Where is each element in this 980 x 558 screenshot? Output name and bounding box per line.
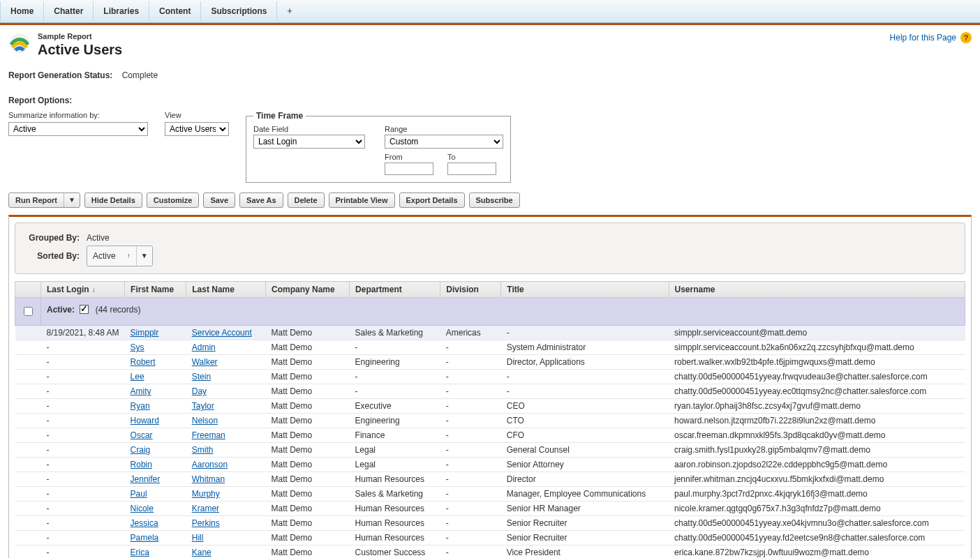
cell-first-name: Robin xyxy=(125,458,186,472)
cell-department: Human Resources xyxy=(350,531,440,545)
cell-last-name-link[interactable]: Kane xyxy=(192,548,211,557)
table-row: -EricaKaneMatt DemoCustomer Success-Vice… xyxy=(15,545,965,558)
cell-last-name-link[interactable]: Smith xyxy=(192,445,214,455)
cell-last-name-link[interactable]: Admin xyxy=(192,342,216,352)
col-company[interactable]: Company Name xyxy=(266,282,350,298)
cell-last-name-link[interactable]: Perkins xyxy=(192,518,220,528)
cell-company: Matt Demo xyxy=(266,326,350,340)
cell-first-name-link[interactable]: Amity xyxy=(131,386,151,396)
cell-last-name-link[interactable]: Murphy xyxy=(192,489,220,499)
cell-first-name-link[interactable]: Robin xyxy=(131,460,152,469)
cell-department: Human Resources xyxy=(350,472,440,487)
cell-first-name-link[interactable]: Lee xyxy=(131,372,144,382)
cell-division: - xyxy=(440,399,501,414)
sort-chip[interactable]: Active ↑ ▼ xyxy=(87,246,153,266)
cell-last-name-link[interactable]: Stein xyxy=(192,372,211,382)
col-title[interactable]: Title xyxy=(501,282,669,298)
cell-last-name-link[interactable]: Freeman xyxy=(192,430,225,440)
help-link[interactable]: Help for this Page ? xyxy=(890,32,972,43)
cell-first-name-link[interactable]: Robert xyxy=(131,357,156,367)
col-last-name[interactable]: Last Name xyxy=(186,282,266,298)
range-select[interactable]: Custom xyxy=(385,135,503,149)
cell-first-name-link[interactable]: Sys xyxy=(131,342,144,352)
group-active-check-icon xyxy=(80,305,89,314)
cell-division: - xyxy=(440,384,501,399)
cell-first-name: Pamela xyxy=(125,531,186,545)
col-division[interactable]: Division xyxy=(440,282,501,298)
cell-last-name-link[interactable]: Nelson xyxy=(192,416,218,425)
cell-last-name-link[interactable]: Kramer xyxy=(192,504,219,513)
cell-first-name-link[interactable]: Jessica xyxy=(131,518,158,528)
cell-last-name-link[interactable]: Aaronson xyxy=(192,460,228,469)
cell-title: Senior HR Manager xyxy=(501,502,669,516)
cell-division: Americas xyxy=(440,326,501,340)
cell-last-name-link[interactable]: Taylor xyxy=(192,401,214,411)
cell-first-name-link[interactable]: Paul xyxy=(131,489,147,499)
cell-last-name-link[interactable]: Whitman xyxy=(192,474,225,484)
export-details-button[interactable]: Export Details xyxy=(399,193,465,208)
save-button[interactable]: Save xyxy=(203,193,235,208)
cell-department: Sales & Marketing xyxy=(350,326,440,340)
table-row: -HowardNelsonMatt DemoEngineering-CTOhow… xyxy=(15,414,965,428)
cell-first-name: Robert xyxy=(125,355,186,370)
cell-first-name-link[interactable]: Ryan xyxy=(131,401,150,411)
date-field-select[interactable]: Last Login xyxy=(253,135,365,149)
cell-first-name-link[interactable]: Jennifer xyxy=(131,474,161,484)
cell-last-name: Freeman xyxy=(186,428,266,443)
from-input[interactable] xyxy=(385,163,433,175)
cell-first-name-link[interactable]: Simpplr xyxy=(131,328,159,338)
save-as-button[interactable]: Save As xyxy=(239,193,283,208)
subscribe-button[interactable]: Subscribe xyxy=(469,193,520,208)
cell-first-name-link[interactable]: Craig xyxy=(131,445,151,455)
cell-first-name-link[interactable]: Howard xyxy=(131,416,159,425)
cell-division: - xyxy=(440,458,501,472)
customize-button[interactable]: Customize xyxy=(147,193,200,208)
col-department[interactable]: Department xyxy=(350,282,440,298)
cell-company: Matt Demo xyxy=(266,428,350,443)
cell-last-name: Hill xyxy=(186,531,266,545)
cell-title: Director xyxy=(501,472,669,487)
cell-title: System Administrator xyxy=(501,340,669,355)
cell-company: Matt Demo xyxy=(266,384,350,399)
table-row: -PamelaHillMatt DemoHuman Resources-Seni… xyxy=(15,531,965,545)
tab-bar: HomeChatterLibrariesContentSubscriptions… xyxy=(0,0,980,23)
cell-division: - xyxy=(440,502,501,516)
cell-first-name-link[interactable]: Oscar xyxy=(131,430,153,440)
add-tab-button[interactable]: + xyxy=(277,1,302,21)
col-username[interactable]: Username xyxy=(669,282,965,298)
table-row: -PaulMurphyMatt DemoSales & Marketing-Ma… xyxy=(15,487,965,502)
tab-chatter[interactable]: Chatter xyxy=(44,1,94,21)
view-select[interactable]: Active Users xyxy=(165,122,229,136)
cell-first-name-link[interactable]: Erica xyxy=(131,548,149,557)
cell-title: CFO xyxy=(501,428,669,443)
col-last-login[interactable]: Last Login↓ xyxy=(41,282,125,298)
printable-view-button[interactable]: Printable View xyxy=(329,193,395,208)
tab-content[interactable]: Content xyxy=(149,1,201,21)
cell-first-name: Ryan xyxy=(125,399,186,414)
cell-last-name-link[interactable]: Walker xyxy=(192,357,218,367)
sort-chip-caret-icon[interactable]: ▼ xyxy=(136,246,152,266)
cell-last-name-link[interactable]: Hill xyxy=(192,533,204,543)
cell-division: - xyxy=(440,472,501,487)
cell-company: Matt Demo xyxy=(266,370,350,384)
delete-button[interactable]: Delete xyxy=(288,193,325,208)
hide-details-button[interactable]: Hide Details xyxy=(84,193,142,208)
cell-last-login: - xyxy=(41,340,125,355)
table-row: -NicoleKramerMatt DemoHuman Resources-Se… xyxy=(15,502,965,516)
group-select-checkbox[interactable] xyxy=(24,307,33,316)
cell-last-name-link[interactable]: Service Account xyxy=(192,328,252,338)
tab-libraries[interactable]: Libraries xyxy=(94,1,149,21)
cell-department: Human Resources xyxy=(350,502,440,516)
col-first-name[interactable]: First Name xyxy=(125,282,186,298)
cell-first-name-link[interactable]: Nicole xyxy=(131,504,154,513)
cell-company: Matt Demo xyxy=(266,458,350,472)
run-report-button[interactable]: Run Report ▼ xyxy=(8,193,80,208)
tab-home[interactable]: Home xyxy=(0,1,44,21)
summarize-select[interactable]: Active xyxy=(8,122,148,136)
run-report-caret-icon[interactable]: ▼ xyxy=(64,193,80,207)
tab-subscriptions[interactable]: Subscriptions xyxy=(201,1,277,21)
cell-company: Matt Demo xyxy=(266,487,350,502)
cell-first-name-link[interactable]: Pamela xyxy=(131,533,159,543)
cell-last-name-link[interactable]: Day xyxy=(192,386,207,396)
to-input[interactable] xyxy=(447,163,496,175)
